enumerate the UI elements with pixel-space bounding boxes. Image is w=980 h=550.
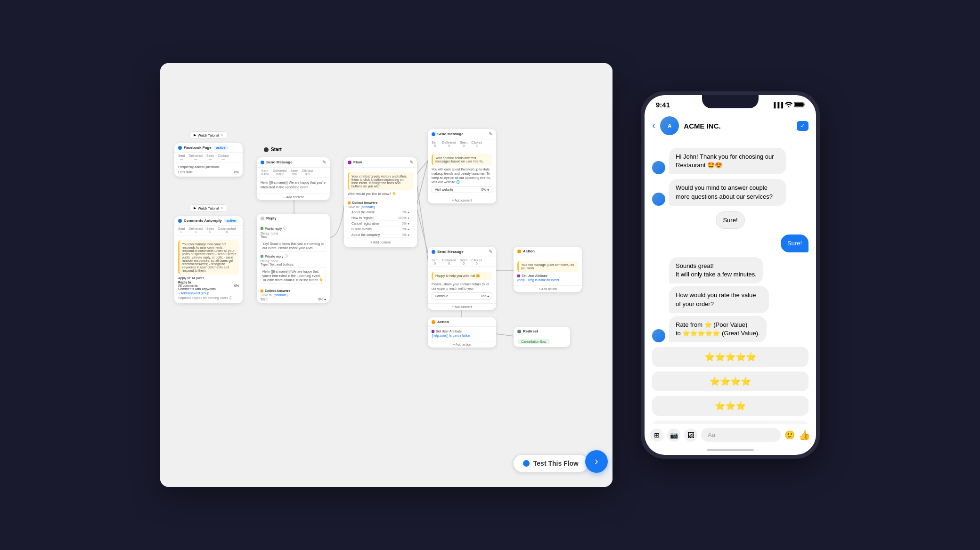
close-icon[interactable]: ✕ (220, 133, 223, 137)
action1-private-note: You can manage {user.attributes} as you … (517, 261, 578, 272)
edit-icon-flow[interactable]: ✎ (409, 160, 413, 165)
send-msg1-dot (261, 161, 264, 164)
send-msg1-header: Send Message ✎ (257, 157, 330, 168)
send-message-2-top-node[interactable]: Send Message ✎ Sent0 Delivered0 Seen0 Cl… (428, 129, 496, 203)
grid-icon[interactable]: ⊞ (650, 429, 663, 442)
msg-1: Hi John! Thank you for choosing our Rest… (669, 148, 786, 174)
redirect-header: Redirect (514, 327, 570, 336)
fb-stats: Sent— Delivered— Seen— Clicked— (174, 153, 243, 162)
chat-area[interactable]: Hi John! Thank you for choosing our Rest… (645, 140, 816, 424)
active-tag: active (213, 146, 229, 150)
add-content-1-btn[interactable]: +Add content (257, 194, 330, 200)
comments-stats: Sent0 Delivered0 Seen0 Commented0 (174, 226, 243, 235)
action1-header: Action (514, 247, 582, 256)
collect-dot (261, 290, 263, 292)
home-indicator-container (645, 445, 816, 455)
flow-dot (348, 161, 351, 164)
stars-5[interactable]: ⭐⭐⭐⭐⭐ (652, 347, 808, 367)
send-msg2m-private-note: Happy to help you with that 😊 (432, 272, 492, 280)
send-msg1-body: Hello {{first name}} We are happy that y… (257, 178, 330, 193)
comments-autoreply-node[interactable]: Comments Autoreply active Sent0 Delivere… (174, 216, 243, 303)
status-icons: ▐▐▐ (772, 102, 805, 108)
action-2-node[interactable]: Action Set User Attribute {help.user}} i… (428, 317, 496, 348)
phone-notch (702, 95, 759, 108)
private-reply-dot (261, 255, 263, 258)
send-message-2-mid-node[interactable]: Send Message ✎ Sent0 Delivered0 Seen0 Cl… (428, 247, 496, 310)
add-action-2-btn[interactable]: + Add action (428, 341, 496, 348)
add-content-2m-btn[interactable]: + Add content (428, 303, 496, 310)
send-msg2t-stats: Sent0 Delivered0 Seen0 Clicked0 (428, 139, 496, 149)
collect-flow-dot (348, 202, 351, 204)
phone-screen: 9:41 ▐▐▐ ‹ A ACME INC. ✓ (645, 95, 816, 455)
send-msg2t-private-note: Your chatbot sends different messages ba… (432, 154, 492, 165)
photo-icon[interactable]: 🖼 (684, 429, 697, 442)
comments-private-note: You can manage how your bot responds to … (178, 240, 239, 275)
watch-tutorial-2[interactable]: ▶ Watch Tutorial ✕ (189, 204, 228, 212)
bot-avatar-1 (652, 161, 665, 174)
home-indicator (707, 449, 754, 451)
close-icon-2[interactable]: ✕ (220, 206, 223, 210)
redirect-dot (517, 330, 521, 333)
camera-icon[interactable]: 📷 (667, 429, 680, 442)
send-msg2m-dot (432, 250, 435, 254)
stars-3[interactable]: ⭐⭐⭐ (652, 396, 808, 416)
facebook-page-node[interactable]: Facebook Page active Sent— Delivered— Se… (174, 143, 243, 177)
send-msg2t-header: Send Message ✎ (428, 129, 496, 139)
back-button[interactable]: ‹ (652, 120, 655, 132)
action2-dot (432, 320, 435, 324)
signal-icon: ▐▐▐ (772, 102, 783, 108)
like-icon[interactable]: 👍 (799, 429, 810, 441)
test-flow-button[interactable]: Test This Flow (513, 454, 589, 473)
collect-answers-reply: Collect Answers Save to: (attribute) Sta… (257, 287, 330, 303)
send-msg2t-body: Your chatbot sends different messages ba… (428, 149, 496, 196)
msg-3a: Sounds great!It will only take a few min… (669, 257, 763, 283)
send-msg2t-dot (432, 132, 435, 136)
start-node: Start (264, 147, 282, 152)
add-content-2t-btn[interactable]: + Add content (428, 197, 496, 203)
start-dot (264, 147, 269, 152)
action2-body: Set User Attribute {help.user}} is cance… (428, 327, 496, 340)
msg-outgoing-container: Sure! (652, 235, 808, 252)
send-msg1-stats: Sent100% Delivered100% Seen0% Clicked0% (257, 168, 330, 178)
comments-active-tag: active (224, 218, 239, 223)
edit-icon-2t[interactable]: ✎ (489, 131, 492, 137)
fab-button[interactable]: › (585, 450, 608, 473)
play-icon-2: ▶ (194, 206, 196, 210)
send-msg2m-body: Happy to help you with that 😊 Please, sh… (428, 267, 496, 302)
svg-rect-3 (804, 103, 805, 105)
stars-2[interactable]: ⭐⭐ (652, 421, 808, 424)
edit-icon-1[interactable]: ✎ (322, 160, 326, 165)
fb-dot (178, 146, 182, 150)
fb-body: Frequently Asked Questions Let's start!0… (174, 162, 243, 177)
stars-4[interactable]: ⭐⭐⭐⭐ (652, 372, 808, 391)
flow-private-note: Your chatbot greets visitors and offers … (348, 172, 413, 190)
fab-icon: › (595, 455, 598, 468)
edit-icon-2m[interactable]: ✎ (489, 249, 492, 254)
sure-button-container: Sure! (652, 210, 808, 230)
msg-2: Would you mind to answer couple more que… (669, 179, 786, 205)
add-action-1-btn[interactable]: + Add action (514, 285, 582, 292)
add-content-flow-btn[interactable]: + Add content (348, 239, 413, 245)
comments-body: You can manage how your bot responds to … (174, 235, 243, 303)
flow-canvas[interactable]: ▶ Watch Tutorial ✕ Facebook Page active … (160, 63, 612, 487)
msg-3b: How would you rate the value of your ord… (669, 286, 769, 313)
msg-2-container: Would you mind to answer couple more que… (652, 179, 808, 205)
play-icon: ▶ (194, 133, 196, 137)
message-text-input[interactable]: Aa (701, 428, 781, 442)
input-icons: ⊞ 📷 🖼 (650, 429, 697, 442)
svg-rect-2 (795, 103, 803, 106)
redirect-node[interactable]: Redirect Cancellation flow (514, 327, 570, 347)
bot-avatar-3 (652, 329, 665, 342)
reply-node[interactable]: Reply Public reply ⓘ Delay: none Text Ya… (257, 214, 330, 303)
facebook-page-header: Facebook Page active (174, 143, 243, 153)
emoji-icon[interactable]: 🙂 (784, 430, 795, 440)
message-input-bar: ⊞ 📷 🖼 Aa 🙂 👍 (645, 424, 816, 445)
sure-button[interactable]: Sure! (716, 211, 744, 229)
test-flow-dot (523, 460, 530, 467)
messenger-header: ‹ A ACME INC. ✓ (645, 113, 816, 140)
flow-node[interactable]: Flow ✎ Your chatbot greets visitors and … (344, 157, 417, 247)
watch-tutorial-1[interactable]: ▶ Watch Tutorial ✕ (189, 131, 228, 139)
send-message-1-node[interactable]: Send Message ✎ Sent100% Delivered100% Se… (257, 157, 330, 200)
flow-header: Flow ✎ (344, 157, 417, 168)
action-1-node[interactable]: Action You can manage {user.attributes} … (514, 247, 582, 292)
